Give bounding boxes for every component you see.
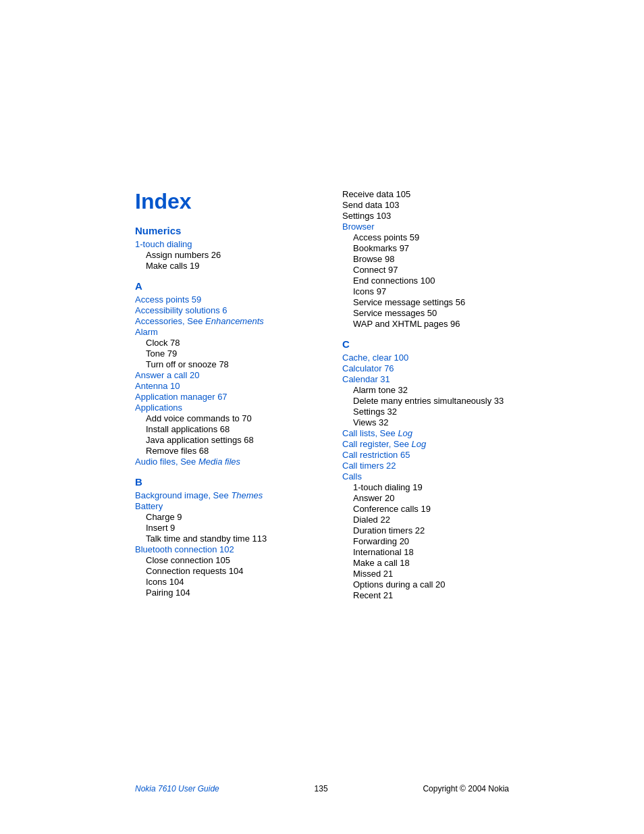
- footer-left: Nokia 7610 User Guide: [135, 784, 219, 793]
- call-register-italic: Log: [412, 439, 427, 449]
- audio-files-italic: Media files: [198, 457, 240, 467]
- battery-talktime-entry: Talk time and standby time 113: [146, 533, 302, 544]
- bluetooth-connection-requests-entry: Connection requests 104: [146, 566, 302, 576]
- page: Index Numerics 1-touch dialing Assign nu…: [0, 0, 644, 834]
- calendar-settings-entry: Settings 32: [353, 407, 509, 417]
- calls-touch-dialing-entry: 1-touch dialing 19: [353, 482, 509, 492]
- bluetooth-pairing-entry: Pairing 104: [146, 588, 302, 598]
- app-voice-commands-entry: Add voice commands to 70: [146, 413, 302, 423]
- numerics-heading: Numerics: [135, 225, 302, 236]
- c-section: C Cache, clear 100 Calculator 76 Calenda…: [342, 338, 509, 600]
- browser-access-points-entry: Access points 59: [353, 232, 509, 242]
- browser-pre-section: Receive data 105 Send data 103 Settings …: [342, 189, 509, 329]
- audio-files-link[interactable]: Audio files, See Media files: [135, 457, 302, 467]
- calls-options-during-entry: Options during a call 20: [353, 579, 509, 590]
- index-title: Index: [135, 189, 302, 214]
- footer-right: Copyright © 2004 Nokia: [423, 784, 509, 793]
- receive-data-entry: Receive data 105: [342, 189, 509, 199]
- call-restriction-link[interactable]: Call restriction 65: [342, 450, 509, 460]
- calls-recent-entry: Recent 21: [353, 590, 509, 600]
- calls-link[interactable]: Calls: [342, 471, 509, 481]
- calls-forwarding-entry: Forwarding 20: [353, 536, 509, 546]
- browser-end-connections-entry: End connections 100: [353, 276, 509, 286]
- app-remove-files-entry: Remove files 68: [146, 446, 302, 456]
- browser-bookmarks-entry: Bookmarks 97: [353, 243, 509, 253]
- application-manager-link[interactable]: Application manager 67: [135, 392, 302, 402]
- calls-make-call-entry: Make a call 18: [353, 558, 509, 568]
- a-heading: A: [135, 280, 302, 292]
- call-lists-link[interactable]: Call lists, See Log: [342, 428, 509, 438]
- calls-missed-entry: Missed 21: [353, 569, 509, 579]
- accessories-link[interactable]: Accessories, See Enhancements: [135, 316, 302, 326]
- app-java-settings-entry: Java application settings 68: [146, 435, 302, 445]
- b-heading: B: [135, 476, 302, 488]
- battery-link[interactable]: Battery: [135, 501, 302, 511]
- battery-insert-entry: Insert 9: [146, 523, 302, 533]
- calendar-delete-entry: Delete many entries simultaneously 33: [353, 396, 509, 406]
- a-section: A Access points 59 Accessibility solutio…: [135, 280, 302, 467]
- browser-icons-entry: Icons 97: [353, 286, 509, 296]
- calls-international-entry: International 18: [353, 547, 509, 557]
- b-section: B Background image, See Themes Battery C…: [135, 476, 302, 598]
- bluetooth-icons-entry: Icons 104: [146, 577, 302, 587]
- numerics-section: Numerics 1-touch dialing Assign numbers …: [135, 225, 302, 271]
- browser-link[interactable]: Browser: [342, 221, 509, 232]
- footer-center: 135: [315, 784, 328, 793]
- access-points-link[interactable]: Access points 59: [135, 294, 302, 305]
- send-data-entry: Send data 103: [342, 200, 509, 210]
- c-heading: C: [342, 338, 509, 350]
- cache-clear-link[interactable]: Cache, clear 100: [342, 353, 509, 363]
- calls-answer-entry: Answer 20: [353, 493, 509, 503]
- bluetooth-connection-link[interactable]: Bluetooth connection 102: [135, 544, 302, 554]
- calls-dialed-entry: Dialed 22: [353, 515, 509, 525]
- answer-call-link[interactable]: Answer a call 20: [135, 370, 302, 380]
- calendar-alarm-tone-entry: Alarm tone 32: [353, 385, 509, 395]
- battery-charge-entry: Charge 9: [146, 512, 302, 522]
- calculator-link[interactable]: Calculator 76: [342, 363, 509, 373]
- calls-duration-timers-entry: Duration timers 22: [353, 525, 509, 536]
- background-image-italic: Themes: [231, 490, 263, 500]
- accessibility-solutions-link[interactable]: Accessibility solutions 6: [135, 305, 302, 315]
- make-calls-entry: Make calls 19: [146, 261, 302, 271]
- background-image-link[interactable]: Background image, See Themes: [135, 490, 302, 500]
- app-install-entry: Install applications 68: [146, 424, 302, 434]
- call-register-link[interactable]: Call register, See Log: [342, 439, 509, 449]
- accessories-italic: Enhancements: [205, 316, 264, 326]
- applications-link[interactable]: Applications: [135, 402, 302, 413]
- alarm-link[interactable]: Alarm: [135, 327, 302, 337]
- alarm-tone-entry: Tone 79: [146, 348, 302, 359]
- bluetooth-close-entry: Close connection 105: [146, 555, 302, 565]
- left-column: Index Numerics 1-touch dialing Assign nu…: [135, 189, 302, 604]
- calendar-link[interactable]: Calendar 31: [342, 374, 509, 384]
- assign-numbers-entry: Assign numbers 26: [146, 250, 302, 260]
- calls-conference-entry: Conference calls 19: [353, 504, 509, 514]
- call-lists-italic: Log: [398, 428, 412, 438]
- call-timers-link[interactable]: Call timers 22: [342, 461, 509, 471]
- settings-entry: Settings 103: [342, 211, 509, 221]
- calendar-views-entry: Views 32: [353, 417, 509, 427]
- browser-service-message-settings-entry: Service message settings 56: [353, 297, 509, 307]
- browser-browse-entry: Browse 98: [353, 254, 509, 264]
- browser-wap-entry: WAP and XHTML pages 96: [353, 319, 509, 329]
- footer: Nokia 7610 User Guide 135 Copyright © 20…: [0, 784, 644, 793]
- one-touch-dialing-link[interactable]: 1-touch dialing: [135, 239, 302, 249]
- browser-service-messages-entry: Service messages 50: [353, 308, 509, 318]
- alarm-clock-entry: Clock 78: [146, 338, 302, 348]
- antenna-link[interactable]: Antenna 10: [135, 381, 302, 391]
- right-column: Receive data 105 Send data 103 Settings …: [342, 189, 509, 604]
- browser-connect-entry: Connect 97: [353, 265, 509, 275]
- alarm-turnoff-entry: Turn off or snooze 78: [146, 359, 302, 369]
